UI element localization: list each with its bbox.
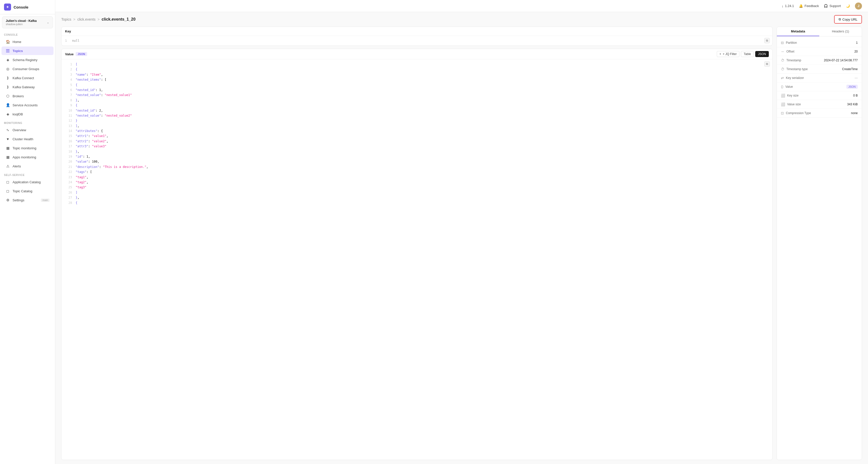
- metadata-tab[interactable]: Metadata: [777, 27, 819, 36]
- json-line: 14 "attributes": {: [62, 128, 772, 134]
- metadata-row: ⏱Timestamp typeCreateTime: [777, 65, 862, 74]
- meta-label-text-key-size: Key size: [787, 94, 799, 97]
- meta-label-text-timestamp: Timestamp: [786, 59, 801, 62]
- sidebar-item-settings[interactable]: ⚙ Settings main: [1, 196, 54, 204]
- line-number: 26: [65, 190, 72, 195]
- theme-toggle[interactable]: 🌙: [846, 4, 850, 8]
- json-code-area: 1[2 {3 "name": "Item",4 "nested_items": …: [62, 59, 772, 460]
- settings-badge: main: [41, 199, 50, 202]
- headers-tab[interactable]: Headers (1): [819, 27, 862, 36]
- cluster-selector[interactable]: Julien's cloud - Kafka shadow-julien ⌄: [2, 16, 53, 28]
- sidebar-item-label: Home: [12, 40, 21, 44]
- jq-filter-button[interactable]: + + JQ Filter: [717, 51, 740, 57]
- key-copy-button[interactable]: ⧉: [764, 38, 770, 43]
- user-avatar[interactable]: J: [855, 2, 862, 9]
- line-number: 13: [65, 123, 72, 128]
- svg-rect-2: [6, 52, 9, 52]
- json-line: 5 {: [62, 82, 772, 87]
- json-line: 27 },: [62, 195, 772, 200]
- metadata-list: ⊟Partition1↔Offset20⏱Timestamp2024-07-22…: [777, 36, 862, 460]
- meta-label-compression-type: ⊡Compression Type: [781, 111, 811, 115]
- value-card: Value JSON + + JQ Filter Table JSON 1[: [61, 49, 773, 460]
- sidebar-item-label: Overview: [12, 128, 26, 132]
- sidebar-item-home[interactable]: 🏠 Home: [1, 37, 54, 46]
- line-number: 5: [65, 82, 72, 87]
- sidebar-item-apps-monitoring[interactable]: ▦ Apps monitoring: [1, 153, 54, 162]
- support-btn[interactable]: 🎧 Support: [824, 4, 841, 8]
- brokers-icon: ⬡: [5, 94, 10, 98]
- meta-label-text-key-serializer: Key serializer: [786, 76, 804, 80]
- line-number: 27: [65, 195, 72, 200]
- line-number: 19: [65, 154, 72, 159]
- timestamp-type-icon: ⏱: [781, 67, 784, 71]
- meta-value-timestamp: 2024-07-22 14:54:08.777: [824, 59, 858, 62]
- meta-value-key-serializer: —: [855, 76, 858, 80]
- sidebar-item-label: Topics: [12, 49, 23, 53]
- code-content: "attr2": "value2",: [75, 139, 108, 144]
- line-number: 6: [65, 87, 72, 92]
- json-line: 10 "nested_id": 2,: [62, 108, 772, 113]
- topbar: ↓ 1.24.1 🔔 Feedback 🎧 Support 🌙 J: [55, 0, 868, 12]
- ksqldb-icon: ◈: [5, 112, 10, 116]
- json-line: 23 "tag1",: [62, 175, 772, 180]
- line-number: 8: [65, 98, 72, 103]
- meta-label-key-serializer: ⇄Key serializer: [781, 76, 804, 80]
- key-line-number: 1: [65, 39, 69, 42]
- schema-registry-icon: ◈: [5, 58, 10, 62]
- kafka-gateway-icon: ⟫: [5, 85, 10, 89]
- kafka-connect-icon: ⟫: [5, 76, 10, 80]
- sidebar-item-cluster-health[interactable]: ♥ Cluster Health: [1, 135, 54, 143]
- sidebar-item-topic-monitoring[interactable]: ▦ Topic monitoring: [1, 144, 54, 152]
- topic-catalog-icon: ◻: [5, 189, 10, 193]
- code-content: {: [75, 103, 78, 108]
- split-area: Key 1 null ⧉ Value JSON: [55, 27, 868, 464]
- sidebar-item-label: Apps monitoring: [12, 155, 36, 159]
- svg-rect-1: [6, 51, 9, 51]
- sidebar-item-label: Kafka Connect: [12, 76, 34, 80]
- sidebar-item-label: Topic Catalog: [12, 189, 32, 193]
- version-label: 1.24.1: [785, 4, 794, 8]
- line-number: 14: [65, 128, 72, 134]
- value-actions: + + JQ Filter Table JSON: [717, 51, 769, 57]
- consumer-groups-icon: ◎: [5, 67, 10, 71]
- code-content: [: [75, 62, 78, 67]
- sidebar-item-kafka-gateway[interactable]: ⟫ Kafka Gateway: [1, 83, 54, 91]
- sidebar-item-schema-registry[interactable]: ◈ Schema Registry: [1, 56, 54, 64]
- json-view-button[interactable]: JSON: [755, 51, 769, 57]
- sidebar-item-topic-catalog[interactable]: ◻ Topic Catalog: [1, 187, 54, 195]
- sidebar-item-topics[interactable]: Topics: [1, 47, 54, 55]
- cluster-info: Julien's cloud - Kafka shadow-julien: [6, 19, 37, 26]
- code-content: ]: [75, 190, 78, 195]
- sidebar-item-consumer-groups[interactable]: ◎ Consumer Groups: [1, 65, 54, 73]
- breadcrumb-row: Topics > click.events > click.events_1_2…: [55, 12, 868, 27]
- sidebar-item-brokers[interactable]: ⬡ Brokers: [1, 92, 54, 100]
- sidebar-item-kafka-connect[interactable]: ⟫ Kafka Connect: [1, 74, 54, 82]
- topics-icon: [5, 49, 10, 53]
- metadata-row: ⟨⟩ValueJSON: [777, 82, 862, 91]
- line-number: 18: [65, 149, 72, 154]
- code-content: "nested_value": "nested_value1": [75, 92, 132, 97]
- sidebar-item-overview[interactable]: ∿ Overview: [1, 126, 54, 134]
- code-content: },: [75, 98, 79, 103]
- value-label: Value: [65, 52, 73, 56]
- value-copy-button[interactable]: ⧉: [764, 61, 770, 67]
- sidebar-item-ksqldb[interactable]: ◈ ksqlDB: [1, 110, 54, 118]
- cluster-health-icon: ♥: [5, 137, 10, 141]
- meta-label-key-size: ⬜Key size: [781, 93, 799, 97]
- line-number: 1: [65, 62, 72, 67]
- format-badge: JSON: [75, 52, 87, 56]
- meta-value-offset: 20: [855, 50, 858, 53]
- line-number: 22: [65, 169, 72, 174]
- breadcrumb-current: click.events_1_20: [101, 17, 135, 22]
- breadcrumb-topic-link[interactable]: click.events: [78, 17, 95, 21]
- copy-url-button[interactable]: ⧉ Copy URL: [834, 15, 862, 24]
- code-content: {: [75, 82, 78, 87]
- breadcrumb-topics-link[interactable]: Topics: [61, 17, 71, 21]
- sidebar-item-service-accounts[interactable]: 👤 Service Accounts: [1, 101, 54, 109]
- feedback-btn[interactable]: 🔔 Feedback: [799, 4, 819, 8]
- sidebar-item-alerts[interactable]: ⚠ Alerts: [1, 162, 54, 170]
- sidebar-item-application-catalog[interactable]: ◻ Application Catalog: [1, 178, 54, 186]
- code-content: "nested_id": 1,: [75, 87, 103, 92]
- sidebar-item-label: Cluster Health: [12, 137, 33, 141]
- table-view-button[interactable]: Table: [741, 51, 754, 57]
